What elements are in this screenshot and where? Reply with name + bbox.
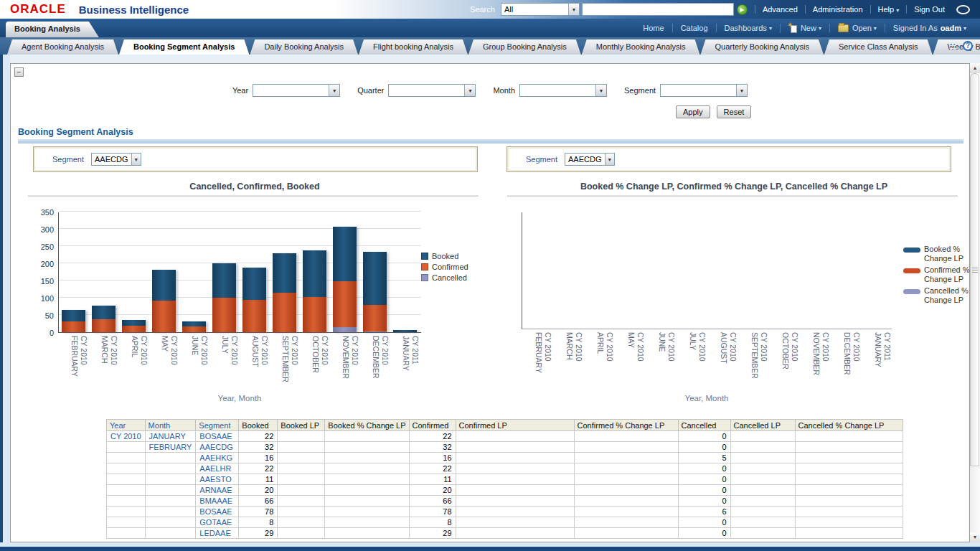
column-header-booked-change-lp[interactable]: Booked % Change LP bbox=[325, 420, 409, 431]
bar-segment-confirmed[interactable] bbox=[152, 301, 176, 332]
bar-march[interactable] bbox=[92, 306, 116, 332]
open-menu[interactable]: Open▾ bbox=[829, 24, 885, 32]
dashboards-menu[interactable]: Dashboards▾ bbox=[716, 24, 780, 32]
measure-cell[interactable]: 66 bbox=[239, 496, 278, 507]
bar-segment-confirmed[interactable] bbox=[182, 326, 206, 332]
bar-segment-confirmed[interactable] bbox=[303, 297, 326, 332]
scroll-down-icon[interactable]: ▼ bbox=[970, 532, 980, 542]
subtab-booking-segment-analysis[interactable]: Booking Segment Analysis bbox=[119, 39, 249, 55]
bar-september[interactable] bbox=[273, 253, 296, 332]
bar-segment-booked[interactable] bbox=[363, 252, 387, 305]
column-header-month[interactable]: Month bbox=[145, 420, 196, 431]
chevron-down-icon[interactable]: ▼ bbox=[464, 85, 475, 96]
subtab-daily-booking-analysis[interactable]: Daily Booking Analysis bbox=[250, 39, 358, 55]
chevron-down-icon[interactable]: ▼ bbox=[329, 85, 339, 96]
dimension-cell[interactable]: AAECDG bbox=[196, 442, 239, 453]
measure-cell[interactable]: 0 bbox=[678, 474, 730, 485]
column-header-year[interactable]: Year bbox=[107, 420, 146, 431]
year-select[interactable]: ▼ bbox=[253, 84, 340, 97]
segment-select-left[interactable]: AAECDG ▼ bbox=[91, 153, 141, 166]
bar-april[interactable] bbox=[122, 320, 146, 332]
search-scope-select[interactable]: All ▼ bbox=[501, 3, 580, 16]
home-link[interactable]: Home bbox=[635, 24, 672, 32]
bar-segment-booked[interactable] bbox=[122, 320, 146, 326]
measure-cell[interactable]: 22 bbox=[239, 431, 278, 442]
bar-segment-booked[interactable] bbox=[92, 306, 116, 319]
chevron-down-icon[interactable]: ▼ bbox=[736, 85, 747, 96]
subtab-flight-booking-analysis[interactable]: Flight booking Analysis bbox=[359, 39, 468, 55]
subtab-monthly-booking-analysis[interactable]: Monthly Booking Analysis bbox=[582, 39, 700, 55]
bar-segment-booked[interactable] bbox=[303, 250, 326, 297]
measure-cell[interactable]: 16 bbox=[239, 453, 278, 463]
dimension-cell[interactable]: GOTAAE bbox=[196, 517, 239, 528]
measure-cell[interactable]: 0 bbox=[678, 431, 730, 442]
dimension-cell[interactable]: AAESTO bbox=[196, 474, 239, 485]
new-menu[interactable]: ✶ New▾ bbox=[780, 24, 829, 33]
dimension-cell[interactable]: BOSAAE bbox=[196, 431, 239, 442]
chevron-down-icon[interactable]: ▼ bbox=[568, 4, 579, 15]
signout-link[interactable]: Sign Out bbox=[906, 5, 952, 14]
measure-cell[interactable]: 8 bbox=[409, 517, 456, 528]
bar-segment-confirmed[interactable] bbox=[212, 298, 236, 332]
column-header-booked-lp[interactable]: Booked LP bbox=[278, 420, 325, 431]
dimension-cell[interactable]: CY 2010 bbox=[107, 431, 146, 442]
measure-cell[interactable]: 32 bbox=[409, 442, 456, 453]
measure-cell[interactable]: 0 bbox=[678, 517, 730, 528]
segment-select[interactable]: ▼ bbox=[660, 84, 748, 97]
subtab-agent-booking-analysis[interactable]: Agent Booking Analysis bbox=[7, 39, 118, 55]
subtab-quarterly-booking-analysis[interactable]: Quarterly Booking Analysis bbox=[700, 39, 823, 55]
quarter-select[interactable]: ▼ bbox=[388, 84, 476, 97]
bar-segment-booked[interactable] bbox=[212, 263, 236, 298]
measure-cell[interactable]: 11 bbox=[409, 474, 456, 485]
column-header-cancelled[interactable]: Cancelled bbox=[678, 420, 730, 431]
help-icon[interactable]: ? bbox=[963, 41, 973, 51]
bar-segment-confirmed[interactable] bbox=[242, 300, 266, 332]
column-header-booked[interactable]: Booked bbox=[239, 420, 278, 431]
measure-cell[interactable]: 29 bbox=[409, 528, 456, 539]
column-header-confirmed[interactable]: Confirmed bbox=[409, 420, 456, 431]
page-options-icon[interactable]: ☰ bbox=[948, 40, 957, 51]
chevron-down-icon[interactable]: ▼ bbox=[595, 85, 606, 96]
bar-june[interactable] bbox=[182, 321, 206, 332]
bar-segment-booked[interactable] bbox=[182, 321, 206, 326]
catalog-link[interactable]: Catalog bbox=[672, 24, 716, 32]
bar-january[interactable] bbox=[393, 330, 417, 332]
measure-cell[interactable]: 0 bbox=[678, 442, 730, 453]
bar-august[interactable] bbox=[242, 268, 266, 332]
column-header-cancelled-change-lp[interactable]: Cancelled % Change LP bbox=[795, 420, 903, 431]
measure-cell[interactable]: 16 bbox=[409, 453, 456, 463]
administration-link[interactable]: Administration bbox=[805, 5, 870, 14]
collapse-section-button[interactable]: − bbox=[14, 67, 24, 77]
bar-october[interactable] bbox=[303, 250, 326, 332]
measure-cell[interactable]: 78 bbox=[409, 507, 456, 517]
bar-december[interactable] bbox=[363, 252, 387, 332]
dimension-cell[interactable]: BOSAAE bbox=[196, 507, 239, 517]
dimension-cell[interactable]: ARNAAE bbox=[196, 485, 239, 496]
measure-cell[interactable]: 11 bbox=[239, 474, 278, 485]
chevron-down-icon[interactable]: ▼ bbox=[131, 154, 141, 165]
reset-button[interactable]: Reset bbox=[717, 105, 752, 118]
bar-segment-cancelled[interactable] bbox=[363, 331, 387, 332]
bar-segment-confirmed[interactable] bbox=[62, 321, 85, 332]
bar-segment-confirmed[interactable] bbox=[92, 319, 116, 332]
subtab-group-booking-analysis[interactable]: Group Booking Analysis bbox=[468, 39, 581, 55]
dimension-cell[interactable]: JANUARY bbox=[145, 431, 196, 442]
bar-segment-confirmed[interactable] bbox=[333, 281, 357, 326]
measure-cell[interactable]: 29 bbox=[239, 528, 278, 539]
dimension-cell[interactable]: AAEHKG bbox=[196, 453, 239, 463]
measure-cell[interactable]: 6 bbox=[678, 507, 730, 517]
measure-cell[interactable]: 0 bbox=[678, 463, 730, 474]
dimension-cell[interactable]: AAELHR bbox=[196, 463, 239, 474]
advanced-link[interactable]: Advanced bbox=[755, 5, 805, 14]
measure-cell[interactable]: 22 bbox=[239, 463, 278, 474]
measure-cell[interactable]: 22 bbox=[409, 463, 456, 474]
bar-segment-cancelled[interactable] bbox=[333, 327, 357, 332]
measure-cell[interactable]: 66 bbox=[409, 496, 456, 507]
measure-cell[interactable]: 8 bbox=[239, 517, 278, 528]
dimension-cell[interactable]: BMAAAE bbox=[196, 496, 239, 507]
search-input[interactable] bbox=[582, 3, 734, 16]
dimension-cell[interactable]: FEBRUARY bbox=[145, 442, 196, 453]
bar-july[interactable] bbox=[212, 263, 236, 332]
bar-segment-booked[interactable] bbox=[62, 310, 85, 321]
vertical-scrollbar[interactable]: ▲ ▼ bbox=[970, 63, 980, 542]
